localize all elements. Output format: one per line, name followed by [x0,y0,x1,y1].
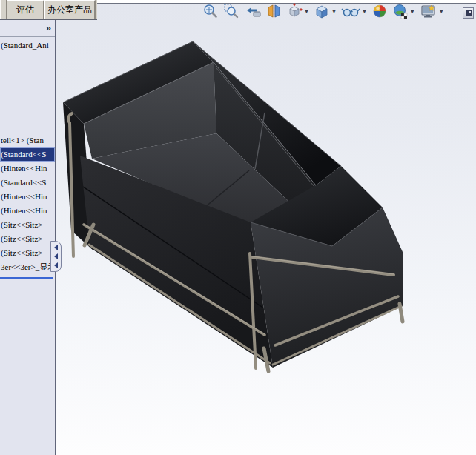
display-style-icon [314,3,330,19]
tab-office-products[interactable]: 办公室产品 [44,0,96,19]
restore-window-button[interactable] [463,7,474,19]
tree-item[interactable]: tell<1> (Stan [0,133,55,147]
tab-office-products-label: 办公室产品 [47,4,92,16]
featuremanager-panel: » (Standard_Ani tell<1> (Stan (Standard<… [0,20,56,455]
collapse-arrow-icon [54,253,58,259]
view-settings-icon [420,3,437,19]
restore-window-icon [466,10,472,16]
commandmanager-tabbar: 评估 办公室产品 [0,0,97,20]
expand-panel-chevron[interactable]: » [46,22,50,33]
apply-scene-icon [392,3,409,19]
tree-item[interactable]: (Sitz<<Sitz> [0,218,55,232]
view-settings-dropdown-arrow[interactable]: ▼ [439,9,444,14]
hide-show-items-dropdown-arrow[interactable]: ▼ [362,9,367,14]
hide-show-items-icon [341,3,360,19]
sofa-model[interactable] [0,0,476,455]
solidworks-window: 评估 办公室产品 [0,0,476,455]
collapse-arrow-icon [54,262,58,268]
feature-tree: (Standard_Ani tell<1> (Stan (Standard<<S… [0,37,55,274]
zoom-to-fit-icon [202,3,219,19]
display-style-dropdown-arrow[interactable]: ▼ [331,9,337,14]
view-orientation-button[interactable]: ▼ [285,2,310,20]
view-settings-button[interactable]: ▼ [419,2,445,20]
section-view-icon [266,3,282,19]
section-view-button[interactable] [265,2,282,20]
tree-spacer [0,52,55,133]
tree-item[interactable]: (Standard<<S [0,176,55,190]
tree-item[interactable]: (Hinten<<Hin [0,204,55,218]
hide-show-items-button[interactable]: ▼ [340,2,368,20]
tree-item[interactable]: (Standard_Ani [0,39,55,52]
display-style-button[interactable]: ▼ [313,2,337,20]
previous-view-icon [244,3,262,19]
zoom-to-fit-button[interactable] [202,2,219,20]
heads-up-view-toolbar: ▼ ▼ ▼ [200,2,446,20]
tree-item[interactable]: (Hinten<<Hin [0,190,55,204]
tab-partial[interactable] [0,0,7,19]
view-orientation-dropdown-arrow[interactable]: ▼ [304,9,309,14]
panel-splitter-line[interactable] [0,277,53,279]
tree-item[interactable]: (Sitz<<Sitz> [0,246,55,260]
tree-item-selected[interactable]: (Standard<<S [0,147,55,162]
tree-item[interactable]: (Hinten<<Hin [0,162,55,176]
apply-scene-dropdown-arrow[interactable]: ▼ [410,9,415,14]
edit-appearance-button[interactable] [371,2,389,20]
tree-item[interactable]: (Sitz<<Sitz> [0,232,55,246]
featuremanager-header: » [0,20,55,37]
tab-evaluate[interactable]: 评估 [7,0,44,19]
edit-appearance-icon [371,3,388,19]
zoom-to-area-icon [223,3,239,19]
panel-collapse-handle[interactable] [50,241,62,272]
previous-view-button[interactable] [243,2,262,20]
view-orientation-icon [286,3,303,19]
tab-evaluate-label: 评估 [16,4,34,16]
apply-scene-button[interactable]: ▼ [391,2,416,20]
zoom-to-area-button[interactable] [222,2,240,20]
tree-item[interactable]: 3er<<3er>_显示 [0,260,55,274]
collapse-arrow-icon [54,245,58,250]
